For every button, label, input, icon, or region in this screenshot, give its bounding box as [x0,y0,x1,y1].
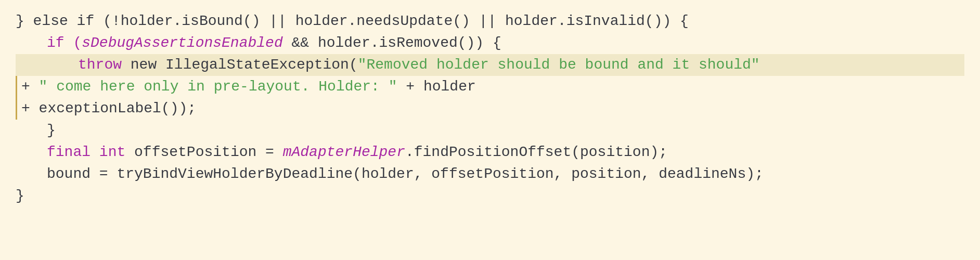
code-token: "Removed holder should be bound and it s… [358,54,760,76]
code-token: .isRemoved()) { [370,32,501,54]
code-token: int [99,141,125,163]
code-editor: } else if (!holder.isBound() || holder.n… [0,0,980,260]
code-token: holder [295,10,348,32]
code-token: } [47,120,56,141]
code-token: bound = tryBindViewHolderByDeadline(hold… [47,163,764,185]
code-token: .needsUpdate() || [348,10,505,32]
code-line-line2: if (sDebugAssertionsEnabled && holder.is… [16,32,964,54]
code-token: throw [78,54,122,76]
code-token: + [397,76,423,98]
code-token: final [47,141,91,163]
code-token: + [21,98,39,120]
code-token: if ( [47,32,82,54]
code-token: ! [112,10,121,32]
code-token: .findPositionOffset(position); [405,141,667,163]
code-token: holder [121,10,173,32]
code-token: } else if ( [16,10,112,32]
code-line-line6: } [16,120,964,141]
code-token: } [16,185,24,207]
code-token: .isBound() || [173,10,295,32]
code-token: " come here only in pre-layout. Holder: … [39,76,397,98]
code-token: holder [423,76,476,98]
code-token: .isInvalid()) { [558,10,689,32]
code-line-line3: throw new IllegalStateException("Removed… [16,54,964,76]
code-token: offsetPosition = [125,141,282,163]
code-token: ()); [161,98,196,120]
code-token: holder [505,10,558,32]
code-line-line7: final int offsetPosition = mAdapterHelpe… [16,141,964,163]
code-line-line9: } [16,185,964,207]
code-token: mAdapterHelper [283,141,405,163]
code-token: && [283,32,318,54]
code-token: sDebugAssertionsEnabled [82,32,282,54]
code-token: ( [349,54,358,76]
code-line-line8: bound = tryBindViewHolderByDeadline(hold… [16,163,964,185]
code-line-line1: } else if (!holder.isBound() || holder.n… [16,10,964,32]
code-token: exceptionLabel [39,98,161,120]
code-token: + [21,76,39,98]
code-line-line4: + " come here only in pre-layout. Holder… [16,76,964,98]
code-token: holder [318,32,370,54]
code-token: IllegalStateException [165,54,349,76]
code-token: new [122,54,165,76]
code-line-line5: + exceptionLabel()); [16,98,964,120]
code-token [91,141,99,163]
